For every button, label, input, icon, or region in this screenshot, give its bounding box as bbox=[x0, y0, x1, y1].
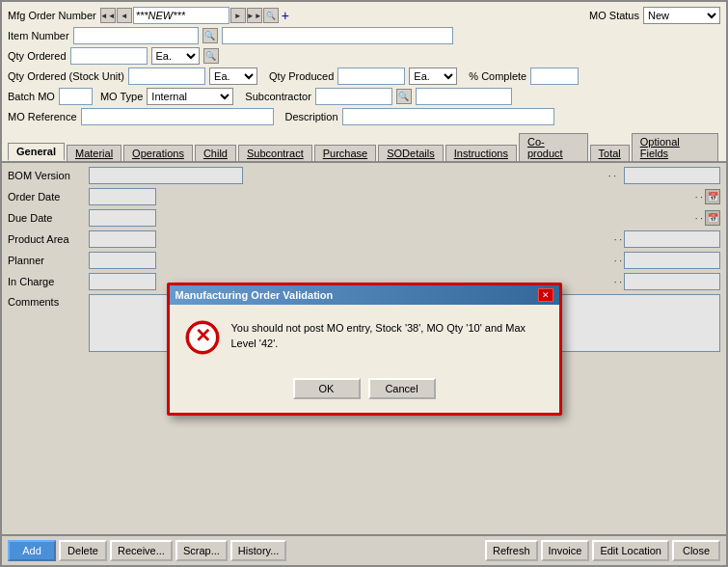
qty-produced-label: Qty Produced bbox=[269, 70, 334, 82]
tab-optional-fields[interactable]: Optional Fields bbox=[632, 133, 718, 161]
batch-mo-input[interactable]: No bbox=[59, 88, 93, 105]
item-search-btn[interactable]: 🔍 bbox=[202, 28, 218, 43]
close-btn[interactable]: Close bbox=[672, 540, 720, 561]
description-label: Description bbox=[285, 111, 338, 122]
mfg-order-input[interactable]: ***NEW*** bbox=[133, 7, 229, 24]
refresh-btn[interactable]: Refresh bbox=[485, 540, 538, 561]
bottom-toolbar: Add Delete Receive... Scrap... History..… bbox=[2, 534, 726, 565]
tab-total[interactable]: Total bbox=[590, 145, 630, 161]
tab-sodetails[interactable]: SODetails bbox=[378, 145, 444, 161]
pct-complete-input[interactable]: 0.00 bbox=[530, 68, 579, 85]
item-number-label: Item Number bbox=[8, 30, 69, 41]
qty-stock-unit-select[interactable]: Ea. bbox=[209, 68, 257, 85]
qty-produced-unit-select[interactable]: Ea. bbox=[409, 68, 457, 85]
modal-cancel-btn[interactable]: Cancel bbox=[368, 378, 436, 399]
tab-content-general: BOM Version · · Order Date · · 📅 Due Dat… bbox=[2, 163, 726, 534]
subcontractor-label: Subcontractor bbox=[245, 91, 310, 102]
qty-ordered-label: Qty Ordered bbox=[8, 50, 67, 62]
invoice-btn[interactable]: Invoice bbox=[541, 540, 590, 561]
batch-mo-label: Batch MO bbox=[8, 91, 55, 102]
mfg-order-number-label: Mfg Order Number bbox=[8, 10, 96, 21]
item-number-input[interactable]: A1-103/0 bbox=[73, 27, 199, 44]
modal-title: Manufacturing Order Validation bbox=[175, 289, 334, 301]
tab-co-product[interactable]: Co-product bbox=[519, 133, 588, 161]
modal-overlay: Manufacturing Order Validation ✕ ✕ You s… bbox=[2, 163, 726, 534]
subcontractor-input[interactable] bbox=[315, 88, 392, 105]
add-new-btn[interactable]: + bbox=[282, 8, 289, 23]
tab-general[interactable]: General bbox=[8, 143, 65, 161]
qty-ordered-search-btn[interactable]: 🔍 bbox=[203, 48, 219, 64]
modal-ok-btn[interactable]: OK bbox=[293, 378, 361, 399]
mo-status-dropdown[interactable]: New bbox=[643, 7, 720, 24]
receive-btn[interactable]: Receive... bbox=[110, 540, 173, 561]
modal-body: ✕ You should not post MO entry, Stock '3… bbox=[170, 305, 559, 370]
edit-location-btn[interactable]: Edit Location bbox=[592, 540, 669, 561]
delete-btn[interactable]: Delete bbox=[59, 540, 107, 561]
history-btn[interactable]: History... bbox=[230, 540, 287, 561]
pct-complete-label: % Complete bbox=[469, 70, 526, 82]
next-btn[interactable]: ► bbox=[230, 8, 246, 23]
subcontractor-name-input[interactable] bbox=[416, 88, 512, 105]
modal-dialog: Manufacturing Order Validation ✕ ✕ You s… bbox=[167, 283, 562, 416]
toolbar-left-group: Add Delete Receive... Scrap... History..… bbox=[8, 540, 286, 561]
mo-status-label: MO Status bbox=[589, 10, 639, 21]
tab-subcontract[interactable]: Subcontract bbox=[238, 145, 312, 161]
tab-purchase[interactable]: Purchase bbox=[314, 145, 376, 161]
tab-operations[interactable]: Operations bbox=[123, 145, 193, 161]
error-icon: ✕ bbox=[185, 320, 220, 355]
qty-stock-label: Qty Ordered (Stock Unit) bbox=[8, 70, 124, 82]
mo-reference-label: MO Reference bbox=[8, 111, 77, 122]
mfg-nav-controls: ◄◄ ◄ ***NEW*** ► ►► 🔍 + bbox=[100, 7, 289, 24]
mo-type-label: MO Type bbox=[100, 91, 143, 102]
tab-material[interactable]: Material bbox=[67, 145, 121, 161]
item-description-input[interactable]: Fluorescent Desk Lamp bbox=[222, 27, 453, 44]
mo-reference-input[interactable]: Mo Refere bbox=[81, 108, 274, 125]
scrap-btn[interactable]: Scrap... bbox=[175, 540, 228, 561]
modal-titlebar: Manufacturing Order Validation ✕ bbox=[170, 285, 559, 305]
main-window: Mfg Order Number ◄◄ ◄ ***NEW*** ► ►► 🔍 +… bbox=[0, 0, 728, 567]
svg-text:✕: ✕ bbox=[194, 325, 210, 346]
first-btn[interactable]: ◄◄ bbox=[100, 8, 116, 23]
mo-type-select[interactable]: Internal bbox=[147, 88, 233, 105]
last-btn[interactable]: ►► bbox=[247, 8, 262, 23]
modal-footer: OK Cancel bbox=[170, 370, 559, 413]
tab-child[interactable]: Child bbox=[195, 145, 236, 161]
modal-close-btn[interactable]: ✕ bbox=[538, 288, 553, 302]
qty-stock-input[interactable]: 10.0000 bbox=[128, 68, 205, 85]
tabs-row: General Material Operations Child Subcon… bbox=[2, 131, 726, 163]
qty-ordered-input[interactable]: 10.0000 bbox=[70, 47, 148, 65]
add-btn[interactable]: Add bbox=[8, 540, 56, 561]
find-btn[interactable]: 🔍 bbox=[263, 8, 279, 23]
qty-produced-input[interactable]: 0.0000 bbox=[337, 68, 405, 85]
toolbar-right-group: Refresh Invoice Edit Location Close bbox=[485, 540, 720, 561]
modal-message: You should not post MO entry, Stock '38'… bbox=[231, 320, 544, 352]
description-input[interactable]: test Desc bbox=[342, 108, 554, 125]
tab-instructions[interactable]: Instructions bbox=[445, 145, 517, 161]
prev-btn[interactable]: ◄ bbox=[117, 8, 132, 23]
subcontractor-search-btn[interactable]: 🔍 bbox=[396, 89, 412, 104]
qty-ordered-unit-select[interactable]: Ea. bbox=[151, 47, 200, 65]
